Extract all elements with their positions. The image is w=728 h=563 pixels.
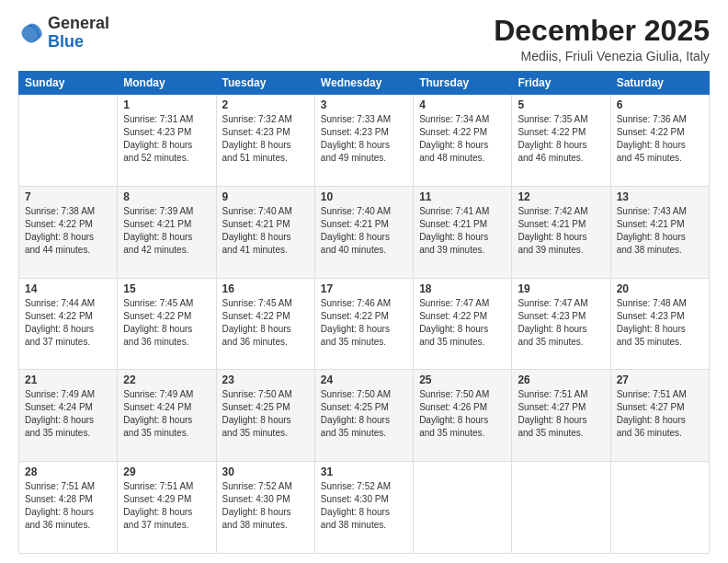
- day-cell: 6Sunrise: 7:36 AM Sunset: 4:22 PM Daylig…: [610, 95, 709, 187]
- day-number: 30: [222, 465, 309, 478]
- day-cell: 31Sunrise: 7:52 AM Sunset: 4:30 PM Dayli…: [314, 462, 413, 554]
- day-number: 6: [617, 98, 703, 111]
- day-number: 9: [222, 190, 309, 203]
- day-number: 18: [419, 282, 506, 295]
- week-row-3: 14Sunrise: 7:44 AM Sunset: 4:22 PM Dayli…: [19, 278, 710, 370]
- day-info: Sunrise: 7:49 AM Sunset: 4:24 PM Dayligh…: [25, 388, 111, 440]
- day-cell: 10Sunrise: 7:40 AM Sunset: 4:21 PM Dayli…: [314, 186, 413, 278]
- calendar-table: SundayMondayTuesdayWednesdayThursdayFrid…: [18, 71, 710, 554]
- day-of-week-monday: Monday: [118, 72, 216, 95]
- day-cell: [512, 462, 610, 554]
- day-info: Sunrise: 7:49 AM Sunset: 4:24 PM Dayligh…: [123, 388, 210, 440]
- day-info: Sunrise: 7:51 AM Sunset: 4:28 PM Dayligh…: [25, 480, 111, 532]
- day-cell: 25Sunrise: 7:50 AM Sunset: 4:26 PM Dayli…: [414, 370, 512, 462]
- day-of-week-tuesday: Tuesday: [216, 72, 314, 95]
- day-number: 8: [123, 190, 210, 203]
- month-title: December 2025: [494, 15, 710, 47]
- day-cell: 4Sunrise: 7:34 AM Sunset: 4:22 PM Daylig…: [414, 95, 512, 187]
- page: General Blue December 2025 Mediis, Friul…: [0, 0, 728, 563]
- day-number: 25: [419, 373, 506, 386]
- day-number: 15: [123, 282, 210, 295]
- day-of-week-sunday: Sunday: [19, 72, 118, 95]
- week-row-5: 28Sunrise: 7:51 AM Sunset: 4:28 PM Dayli…: [19, 462, 710, 554]
- day-info: Sunrise: 7:50 AM Sunset: 4:26 PM Dayligh…: [419, 388, 506, 440]
- title-block: December 2025 Mediis, Friuli Venezia Giu…: [494, 15, 710, 63]
- day-cell: 17Sunrise: 7:46 AM Sunset: 4:22 PM Dayli…: [314, 278, 413, 370]
- day-info: Sunrise: 7:43 AM Sunset: 4:21 PM Dayligh…: [617, 205, 703, 257]
- day-cell: [610, 462, 709, 554]
- day-number: 17: [321, 282, 407, 295]
- day-number: 28: [25, 465, 111, 478]
- day-cell: 27Sunrise: 7:51 AM Sunset: 4:27 PM Dayli…: [610, 370, 709, 462]
- day-number: 5: [518, 98, 604, 111]
- week-row-4: 21Sunrise: 7:49 AM Sunset: 4:24 PM Dayli…: [19, 370, 710, 462]
- day-info: Sunrise: 7:31 AM Sunset: 4:23 PM Dayligh…: [123, 113, 210, 165]
- day-cell: 7Sunrise: 7:38 AM Sunset: 4:22 PM Daylig…: [19, 186, 118, 278]
- day-number: 26: [518, 373, 604, 386]
- day-cell: 12Sunrise: 7:42 AM Sunset: 4:21 PM Dayli…: [512, 186, 610, 278]
- day-cell: [414, 462, 512, 554]
- day-number: 14: [25, 282, 111, 295]
- day-cell: 22Sunrise: 7:49 AM Sunset: 4:24 PM Dayli…: [118, 370, 216, 462]
- day-cell: 23Sunrise: 7:50 AM Sunset: 4:25 PM Dayli…: [216, 370, 314, 462]
- days-of-week-row: SundayMondayTuesdayWednesdayThursdayFrid…: [19, 72, 710, 95]
- day-cell: 20Sunrise: 7:48 AM Sunset: 4:23 PM Dayli…: [610, 278, 709, 370]
- location: Mediis, Friuli Venezia Giulia, Italy: [494, 49, 710, 63]
- day-number: 29: [123, 465, 210, 478]
- day-info: Sunrise: 7:44 AM Sunset: 4:22 PM Dayligh…: [25, 297, 111, 349]
- day-info: Sunrise: 7:45 AM Sunset: 4:22 PM Dayligh…: [123, 297, 210, 349]
- day-number: 23: [222, 373, 309, 386]
- header: General Blue December 2025 Mediis, Friul…: [18, 15, 710, 63]
- day-info: Sunrise: 7:33 AM Sunset: 4:23 PM Dayligh…: [321, 113, 407, 165]
- day-number: 19: [518, 282, 604, 295]
- day-info: Sunrise: 7:39 AM Sunset: 4:21 PM Dayligh…: [123, 205, 210, 257]
- day-of-week-wednesday: Wednesday: [314, 72, 413, 95]
- day-number: 13: [617, 190, 703, 203]
- day-cell: 11Sunrise: 7:41 AM Sunset: 4:21 PM Dayli…: [414, 186, 512, 278]
- day-number: 12: [518, 190, 604, 203]
- week-row-1: 1Sunrise: 7:31 AM Sunset: 4:23 PM Daylig…: [19, 95, 710, 187]
- day-number: 20: [617, 282, 703, 295]
- day-number: 22: [123, 373, 210, 386]
- day-cell: 28Sunrise: 7:51 AM Sunset: 4:28 PM Dayli…: [19, 462, 118, 554]
- day-info: Sunrise: 7:48 AM Sunset: 4:23 PM Dayligh…: [617, 297, 703, 349]
- logo-icon: [18, 20, 44, 46]
- day-info: Sunrise: 7:52 AM Sunset: 4:30 PM Dayligh…: [222, 480, 309, 532]
- day-cell: 2Sunrise: 7:32 AM Sunset: 4:23 PM Daylig…: [216, 95, 314, 187]
- day-info: Sunrise: 7:51 AM Sunset: 4:27 PM Dayligh…: [617, 388, 703, 440]
- day-info: Sunrise: 7:38 AM Sunset: 4:22 PM Dayligh…: [25, 205, 111, 257]
- day-info: Sunrise: 7:47 AM Sunset: 4:22 PM Dayligh…: [419, 297, 506, 349]
- calendar-body: 1Sunrise: 7:31 AM Sunset: 4:23 PM Daylig…: [19, 95, 710, 554]
- day-number: 11: [419, 190, 506, 203]
- week-row-2: 7Sunrise: 7:38 AM Sunset: 4:22 PM Daylig…: [19, 186, 710, 278]
- day-number: 16: [222, 282, 309, 295]
- day-number: 7: [25, 190, 111, 203]
- logo-text: General Blue: [48, 15, 109, 52]
- day-number: 2: [222, 98, 309, 111]
- day-number: 27: [617, 373, 703, 386]
- day-cell: 9Sunrise: 7:40 AM Sunset: 4:21 PM Daylig…: [216, 186, 314, 278]
- day-info: Sunrise: 7:47 AM Sunset: 4:23 PM Dayligh…: [518, 297, 604, 349]
- day-number: 4: [419, 98, 506, 111]
- day-of-week-saturday: Saturday: [610, 72, 709, 95]
- day-info: Sunrise: 7:32 AM Sunset: 4:23 PM Dayligh…: [222, 113, 309, 165]
- day-cell: 19Sunrise: 7:47 AM Sunset: 4:23 PM Dayli…: [512, 278, 610, 370]
- logo: General Blue: [18, 15, 109, 52]
- day-cell: 5Sunrise: 7:35 AM Sunset: 4:22 PM Daylig…: [512, 95, 610, 187]
- day-info: Sunrise: 7:42 AM Sunset: 4:21 PM Dayligh…: [518, 205, 604, 257]
- day-number: 24: [321, 373, 407, 386]
- day-info: Sunrise: 7:46 AM Sunset: 4:22 PM Dayligh…: [321, 297, 407, 349]
- logo-general: General: [48, 14, 109, 32]
- day-cell: 16Sunrise: 7:45 AM Sunset: 4:22 PM Dayli…: [216, 278, 314, 370]
- calendar-header: SundayMondayTuesdayWednesdayThursdayFrid…: [19, 72, 710, 95]
- day-info: Sunrise: 7:40 AM Sunset: 4:21 PM Dayligh…: [321, 205, 407, 257]
- day-info: Sunrise: 7:50 AM Sunset: 4:25 PM Dayligh…: [321, 388, 407, 440]
- day-info: Sunrise: 7:35 AM Sunset: 4:22 PM Dayligh…: [518, 113, 604, 165]
- day-of-week-thursday: Thursday: [414, 72, 512, 95]
- day-number: 21: [25, 373, 111, 386]
- day-cell: 13Sunrise: 7:43 AM Sunset: 4:21 PM Dayli…: [610, 186, 709, 278]
- day-cell: 24Sunrise: 7:50 AM Sunset: 4:25 PM Dayli…: [314, 370, 413, 462]
- day-cell: 8Sunrise: 7:39 AM Sunset: 4:21 PM Daylig…: [118, 186, 216, 278]
- day-of-week-friday: Friday: [512, 72, 610, 95]
- day-info: Sunrise: 7:34 AM Sunset: 4:22 PM Dayligh…: [419, 113, 506, 165]
